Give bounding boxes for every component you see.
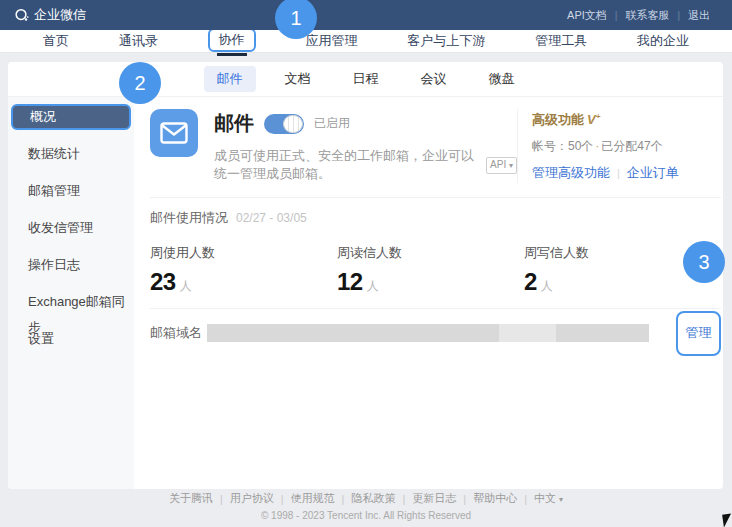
redaction-segment	[499, 324, 556, 342]
toggle-knob	[283, 115, 303, 133]
usage-date-range: 02/27 - 03/05	[236, 211, 307, 225]
mail-overview-main: 邮件 已启用 成员可使用正式、安全的工作邮箱，企业可以统一管理成员邮箱。 API…	[134, 97, 723, 489]
stat-value: 23	[150, 268, 176, 296]
stat-value: 12	[337, 268, 363, 296]
premium-title-row: 高级功能 V+	[532, 111, 721, 129]
nav-customers[interactable]: 客户与上下游	[403, 32, 489, 50]
mail-app-icon	[150, 109, 198, 157]
annotation-step-3: 3	[683, 241, 725, 283]
mail-sidebar: 概况 数据统计 邮箱管理 收发信管理 操作日志 Exchange邮箱同步 设置	[8, 97, 134, 489]
mail-domain-row: 邮箱域名 管理	[150, 309, 721, 357]
stat-weekly-readers: 周读信人数 12人	[337, 244, 524, 296]
annotation-step-2: 2	[119, 62, 161, 104]
mail-header-info: 邮件 已启用 成员可使用正式、安全的工作邮箱，企业可以统一管理成员邮箱。 API…	[198, 109, 517, 183]
premium-panel: 高级功能 V+ 帐号：50个·已分配47个 管理高级功能 | 企业订单	[517, 109, 721, 183]
stat-weekly-writers: 周写信人数 2人	[524, 244, 711, 296]
footer-changelog-link[interactable]: 更新日志	[405, 491, 463, 506]
premium-title: 高级功能	[532, 111, 584, 129]
mail-usage-section: 邮件使用情况 02/27 - 03/05 周使用人数 23人 周读信人数 12人	[150, 198, 721, 309]
premium-quota: 帐号：50个·已分配47个	[532, 138, 721, 155]
mail-status-label: 已启用	[314, 115, 350, 132]
topbar: 企业微信 API文档 | 联系客服 | 退出	[0, 0, 732, 30]
wecom-admin-page: 企业微信 API文档 | 联系客服 | 退出 首页 通讯录 协作 应用管理 客户…	[0, 0, 732, 527]
envelope-icon	[160, 122, 188, 144]
mail-description: 成员可使用正式、安全的工作邮箱，企业可以统一管理成员邮箱。	[214, 147, 480, 183]
stat-value: 2	[524, 268, 537, 296]
tab-calendar[interactable]: 日程	[340, 66, 392, 92]
api-docs-link[interactable]: API文档	[559, 8, 615, 23]
sidebar-item-send-receive[interactable]: 收发信管理	[8, 215, 134, 241]
wecom-logo-icon	[14, 8, 29, 23]
brand-name: 企业微信	[34, 6, 86, 24]
card-body: 概况 数据统计 邮箱管理 收发信管理 操作日志 Exchange邮箱同步 设置	[8, 97, 723, 489]
nav-my-company[interactable]: 我的企业	[633, 32, 693, 50]
nav-app-management[interactable]: 应用管理	[301, 32, 361, 50]
tab-mail[interactable]: 邮件	[204, 66, 256, 92]
manage-domain-link[interactable]: 管理	[686, 324, 712, 342]
sidebar-item-settings[interactable]: 设置	[8, 326, 134, 352]
chevron-down-icon: ▾	[509, 161, 513, 170]
vip-icon: V+	[587, 112, 600, 127]
manage-domain-annotation-box: 管理	[676, 311, 721, 356]
tab-meeting[interactable]: 会议	[408, 66, 460, 92]
divider: |	[610, 167, 627, 179]
chevron-down-icon: ▾	[559, 495, 563, 504]
sidebar-item-exchange-sync[interactable]: Exchange邮箱同步	[8, 289, 134, 315]
main-nav: 首页 通讯录 协作 应用管理 客户与上下游 管理工具 我的企业	[0, 30, 732, 53]
tab-drive[interactable]: 微盘	[476, 66, 528, 92]
stat-weekly-users: 周使用人数 23人	[150, 244, 337, 296]
page-footer: 关于腾讯| 用户协议| 使用规范| 隐私政策| 更新日志| 帮助中心| 中文 ▾…	[0, 491, 732, 521]
language-selector[interactable]: 中文 ▾	[527, 491, 570, 506]
manage-premium-link[interactable]: 管理高级功能	[532, 164, 610, 182]
footer-privacy-link[interactable]: 隐私政策	[344, 491, 402, 506]
mail-header: 邮件 已启用 成员可使用正式、安全的工作邮箱，企业可以统一管理成员邮箱。 API…	[150, 97, 721, 198]
nav-admin-tools[interactable]: 管理工具	[531, 32, 591, 50]
nav-collaboration-label: 协作	[208, 28, 256, 52]
footer-rules-link[interactable]: 使用规范	[284, 491, 342, 506]
topbar-links: API文档 | 联系客服 | 退出	[559, 8, 718, 23]
sidebar-item-operation-log[interactable]: 操作日志	[8, 252, 134, 278]
mail-enabled-toggle[interactable]	[264, 114, 304, 134]
mouse-cursor	[722, 513, 732, 527]
sidebar-item-statistics[interactable]: 数据统计	[8, 141, 134, 167]
sidebar-item-mailbox-management[interactable]: 邮箱管理	[8, 178, 134, 204]
mail-title: 邮件	[214, 110, 254, 137]
footer-help-link[interactable]: 帮助中心	[466, 491, 524, 506]
api-dropdown-badge[interactable]: API ▾	[486, 157, 517, 174]
active-nav-indicator	[217, 53, 247, 56]
feature-tabs: 邮件 文档 日程 会议 微盘	[8, 62, 723, 97]
logout-link[interactable]: 退出	[680, 8, 718, 23]
domain-label: 邮箱域名	[150, 324, 207, 342]
enterprise-order-link[interactable]: 企业订单	[627, 164, 679, 182]
usage-stats: 周使用人数 23人 周读信人数 12人 周写信人数 2人	[150, 244, 721, 296]
contact-support-link[interactable]: 联系客服	[617, 8, 677, 23]
tab-docs[interactable]: 文档	[272, 66, 324, 92]
copyright: © 1998 - 2023 Tencent Inc. All Rights Re…	[0, 510, 732, 521]
sidebar-item-overview[interactable]: 概况	[11, 104, 131, 130]
nav-collaboration[interactable]: 协作	[204, 30, 260, 52]
brand[interactable]: 企业微信	[14, 6, 86, 24]
domain-redacted-bar	[207, 324, 649, 342]
content-card: 邮件 文档 日程 会议 微盘 概况 数据统计 邮箱管理 收发信管理 操作日志 E…	[8, 62, 723, 489]
nav-contacts[interactable]: 通讯录	[115, 32, 162, 50]
nav-home[interactable]: 首页	[39, 32, 73, 50]
footer-about-link[interactable]: 关于腾讯	[162, 491, 220, 506]
footer-terms-link[interactable]: 用户协议	[223, 491, 281, 506]
usage-title: 邮件使用情况	[150, 209, 228, 227]
